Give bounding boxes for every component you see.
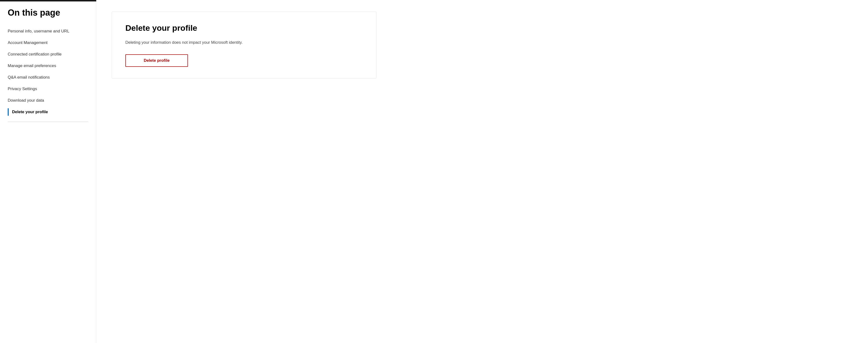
sidebar-item-delete-profile[interactable]: Delete your profile — [8, 106, 96, 118]
delete-profile-button[interactable]: Delete profile — [125, 54, 188, 67]
nav-list: Personal info, username and URL Account … — [8, 26, 96, 118]
sidebar: On this page Personal info, username and… — [0, 0, 96, 343]
section-description: Deleting your information does not impac… — [125, 39, 363, 46]
sidebar-title: On this page — [8, 8, 96, 18]
sidebar-item-download-data[interactable]: Download your data — [8, 95, 96, 106]
delete-profile-section: Delete your profile Deleting your inform… — [112, 11, 376, 79]
section-title: Delete your profile — [125, 23, 363, 33]
sidebar-item-manage-email[interactable]: Manage email preferences — [8, 60, 96, 72]
main-content: Delete your profile Deleting your inform… — [96, 0, 868, 343]
sidebar-item-connected-certification[interactable]: Connected certification profile — [8, 48, 96, 60]
sidebar-item-qa-email[interactable]: Q&A email notifications — [8, 72, 96, 83]
sidebar-item-personal-info[interactable]: Personal info, username and URL — [8, 26, 96, 37]
sidebar-divider — [8, 122, 88, 122]
sidebar-item-account-management[interactable]: Account Management — [8, 37, 96, 48]
top-bar — [0, 0, 96, 1]
sidebar-item-privacy-settings[interactable]: Privacy Settings — [8, 83, 96, 95]
